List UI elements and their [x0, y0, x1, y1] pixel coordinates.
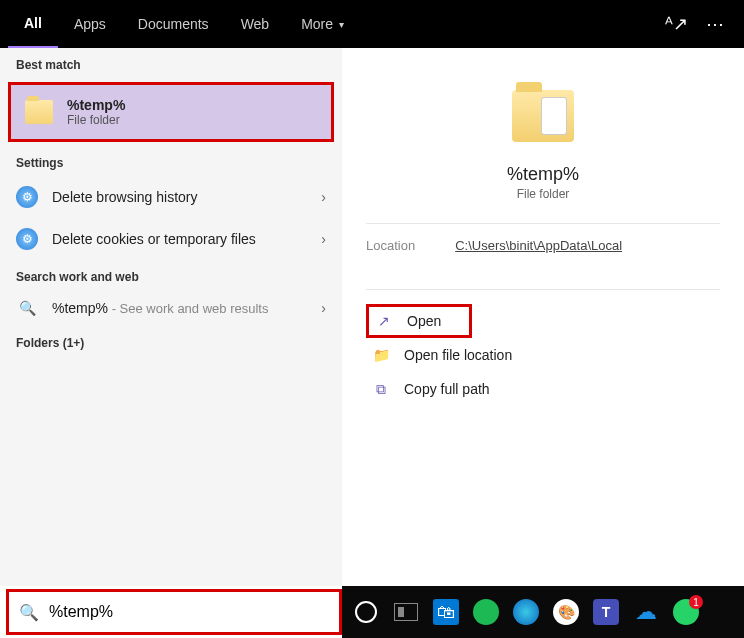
spotify-icon[interactable] [468, 594, 504, 630]
edge-icon[interactable] [508, 594, 544, 630]
task-view-icon[interactable] [388, 594, 424, 630]
search-input[interactable] [49, 603, 329, 621]
notification-badge: 1 [689, 595, 703, 609]
best-match-title: %temp% [67, 97, 125, 113]
tab-apps[interactable]: Apps [58, 0, 122, 48]
action-open[interactable]: ↗ Open [366, 304, 472, 338]
teams-icon[interactable]: T [588, 594, 624, 630]
location-label: Location [366, 238, 415, 253]
tab-more[interactable]: More▾ [285, 0, 360, 48]
bottom-bar: 🔍 🛍 🎨 T ☁ 1 [0, 586, 744, 638]
tab-all[interactable]: All [8, 0, 58, 48]
best-match-label: Best match [0, 48, 342, 78]
preview-subtitle: File folder [517, 187, 570, 201]
web-result[interactable]: 🔍 %temp% - See work and web results › [0, 290, 342, 326]
cortana-icon[interactable] [348, 594, 384, 630]
action-label: Open file location [404, 347, 512, 363]
settings-label: Settings [0, 146, 342, 176]
best-match-subtitle: File folder [67, 113, 125, 127]
chevron-right-icon: › [321, 189, 326, 205]
copy-icon: ⧉ [372, 380, 390, 398]
chevron-right-icon: › [321, 231, 326, 247]
open-icon: ↗ [375, 312, 393, 330]
action-label: Copy full path [404, 381, 490, 397]
web-result-primary: %temp% [52, 300, 108, 316]
microsoft-store-icon[interactable]: 🛍 [428, 594, 464, 630]
preview-pane: %temp% File folder Location C:\Users\bin… [342, 48, 744, 586]
chevron-right-icon: › [321, 300, 326, 316]
search-icon: 🔍 [16, 300, 38, 316]
setting-delete-history[interactable]: ⚙ Delete browsing history › [0, 176, 342, 218]
folder-icon [25, 100, 53, 124]
location-row: Location C:\Users\binit\AppData\Local [366, 238, 720, 267]
action-open-file-location[interactable]: 📁 Open file location [366, 338, 720, 372]
best-match-result[interactable]: %temp% File folder [8, 82, 334, 142]
globe-icon: ⚙ [16, 228, 38, 250]
ellipsis-icon[interactable]: ⋯ [706, 13, 724, 35]
folder-open-icon: 📁 [372, 346, 390, 364]
setting-label: Delete cookies or temporary files [52, 231, 256, 247]
folders-label: Folders (1+) [0, 326, 342, 356]
taskbar: 🛍 🎨 T ☁ 1 [342, 586, 744, 638]
tab-web[interactable]: Web [225, 0, 286, 48]
search-tabs: All Apps Documents Web More▾ ᴬ↗ ⋯ [0, 0, 744, 48]
whatsapp-icon[interactable]: 1 [668, 594, 704, 630]
divider [366, 223, 720, 224]
chevron-down-icon: ▾ [339, 19, 344, 30]
tab-documents[interactable]: Documents [122, 0, 225, 48]
action-copy-full-path[interactable]: ⧉ Copy full path [366, 372, 720, 406]
search-icon: 🔍 [19, 603, 39, 622]
location-value[interactable]: C:\Users\binit\AppData\Local [455, 238, 622, 253]
results-left-column: Best match %temp% File folder Settings ⚙… [0, 48, 342, 586]
web-result-secondary: - See work and web results [108, 301, 268, 316]
setting-label: Delete browsing history [52, 189, 198, 205]
search-web-label: Search work and web [0, 260, 342, 290]
action-label: Open [407, 313, 441, 329]
globe-icon: ⚙ [16, 186, 38, 208]
divider [366, 289, 720, 290]
search-box[interactable]: 🔍 [6, 589, 342, 635]
folder-icon-large [512, 90, 574, 142]
preview-actions: ↗ Open 📁 Open file location ⧉ Copy full … [366, 304, 720, 406]
preview-title: %temp% [507, 164, 579, 185]
setting-delete-cookies[interactable]: ⚙ Delete cookies or temporary files › [0, 218, 342, 260]
paint-icon[interactable]: 🎨 [548, 594, 584, 630]
onedrive-icon[interactable]: ☁ [628, 594, 664, 630]
feedback-icon[interactable]: ᴬ↗ [665, 13, 688, 35]
search-results-pane: Best match %temp% File folder Settings ⚙… [0, 48, 744, 586]
